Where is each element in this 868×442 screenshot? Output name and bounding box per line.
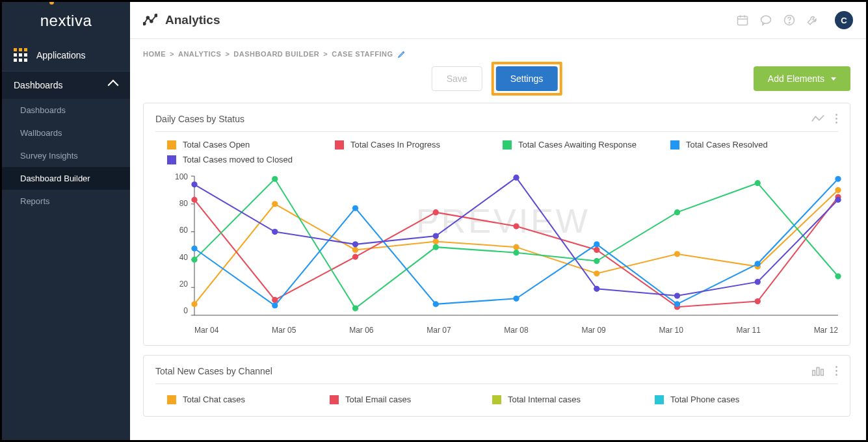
svg-point-20 [272, 201, 278, 207]
breadcrumb: HOME > ANALYTICS > DASHBOARD BUILDER > C… [130, 39, 863, 62]
legend-swatch-icon [167, 155, 176, 164]
svg-point-52 [674, 301, 680, 307]
applications-label: Applications [36, 50, 86, 60]
page-title: Analytics [165, 13, 220, 27]
help-icon[interactable] [782, 12, 797, 28]
svg-point-35 [755, 298, 761, 304]
legend-item[interactable]: Total Cases In Progress [335, 140, 503, 150]
chart-area: PREVIEW 100 80 60 40 20 0 Mar 04 Mar [168, 172, 838, 335]
svg-point-60 [594, 286, 599, 292]
svg-point-44 [755, 180, 761, 186]
sidebar-section-dashboards[interactable]: Dashboards [2, 72, 130, 99]
svg-point-49 [433, 301, 439, 307]
svg-point-53 [755, 261, 761, 266]
main: Analytics C HOME > ANALYTICS > DASHB [130, 2, 866, 440]
svg-point-3 [155, 14, 157, 17]
legend-swatch-icon [167, 395, 176, 404]
svg-point-31 [433, 209, 439, 215]
sidebar-item-dashboards[interactable]: Dashboards [2, 99, 130, 122]
add-elements-button[interactable]: Add Elements [754, 66, 850, 91]
svg-point-19 [191, 301, 197, 307]
svg-point-30 [352, 254, 358, 260]
svg-point-22 [433, 239, 439, 244]
svg-rect-65 [817, 367, 819, 375]
legend-swatch-icon [335, 140, 344, 150]
svg-point-42 [594, 258, 599, 264]
breadcrumb-current: CASE STAFFING [332, 50, 393, 58]
panel-new-cases: Total New Cases by Channel Total Chat ca… [143, 355, 850, 417]
legend-swatch-icon [492, 395, 501, 404]
sidebar-item-wallboards[interactable]: Wallboards [2, 122, 130, 144]
legend-item[interactable]: Total Phone cases [655, 395, 817, 404]
legend-item[interactable]: Total Email cases [330, 395, 492, 404]
svg-point-56 [272, 229, 278, 235]
svg-point-45 [835, 273, 841, 279]
brand-dot-icon [49, 2, 54, 5]
calendar-icon[interactable] [735, 12, 750, 28]
legend-swatch-icon [670, 140, 679, 150]
panel-daily-cases: Daily Cases by Status Total Cases Open T… [143, 103, 850, 346]
breadcrumb-home[interactable]: HOME [143, 50, 166, 58]
legend: Total Chat cases Total Email cases Total… [155, 391, 838, 406]
svg-point-10 [789, 23, 789, 23]
svg-point-48 [352, 205, 358, 211]
legend: Total Cases Open Total Cases In Progress… [155, 138, 838, 168]
legend-swatch-icon [167, 140, 176, 150]
y-axis: 100 80 60 40 20 0 [168, 172, 192, 315]
svg-point-40 [433, 244, 439, 250]
applications-menu[interactable]: Applications [2, 39, 130, 72]
panel-title: Daily Cases by Status [155, 114, 244, 124]
avatar[interactable]: C [835, 11, 853, 29]
action-row: Save Settings Add Elements [130, 62, 863, 103]
svg-point-8 [761, 16, 771, 23]
svg-point-62 [755, 279, 761, 285]
svg-point-59 [513, 175, 519, 181]
svg-point-2 [150, 20, 153, 23]
brand-text: nextiva [40, 12, 92, 30]
legend-item[interactable]: Total Cases Resolved [670, 140, 838, 150]
x-axis: Mar 04 Mar 05 Mar 06 Mar 07 Mar 08 Mar 0… [194, 326, 838, 335]
svg-point-1 [147, 17, 150, 20]
save-button[interactable]: Save [432, 66, 482, 91]
plot [194, 176, 838, 315]
pencil-icon[interactable] [397, 49, 406, 58]
sidebar-item-reports[interactable]: Reports [2, 190, 130, 213]
legend-item[interactable]: Total Chat cases [167, 395, 330, 404]
legend-item[interactable]: Total Internal cases [492, 395, 655, 404]
panel-menu-icon[interactable] [833, 111, 838, 126]
breadcrumb-analytics[interactable]: ANALYTICS [178, 50, 221, 58]
svg-point-32 [513, 223, 519, 229]
svg-point-47 [272, 302, 278, 308]
breadcrumb-builder[interactable]: DASHBOARD BUILDER [233, 50, 319, 58]
legend-item[interactable]: Total Cases Awaiting Response [503, 140, 670, 150]
sidebar: nextiva Applications Dashboards Dashboar… [2, 2, 130, 440]
chevron-up-icon [108, 80, 119, 91]
analytics-icon [143, 13, 157, 27]
line-chart-icon[interactable] [811, 114, 825, 124]
bar-chart-icon[interactable] [811, 366, 825, 376]
svg-point-39 [352, 306, 358, 311]
panel-title: Total New Cases by Channel [155, 366, 272, 376]
wrench-icon[interactable] [805, 12, 821, 28]
svg-point-37 [191, 257, 197, 263]
add-elements-label: Add Elements [768, 73, 824, 84]
sidebar-item-survey-insights[interactable]: Survey Insights [2, 144, 130, 167]
svg-point-33 [594, 247, 599, 253]
svg-point-58 [433, 233, 439, 239]
legend-item[interactable]: Total Cases Open [167, 140, 335, 150]
sidebar-item-dashboard-builder[interactable]: Dashboard Builder [2, 167, 130, 190]
legend-swatch-icon [655, 395, 664, 404]
svg-point-57 [352, 241, 358, 247]
settings-highlight: Settings [492, 62, 562, 96]
svg-point-63 [835, 197, 841, 203]
content-scroll[interactable]: HOME > ANALYTICS > DASHBOARD BUILDER > C… [130, 39, 866, 440]
panel-menu-icon[interactable] [833, 363, 838, 378]
svg-point-24 [594, 270, 599, 276]
topbar: Analytics C [130, 2, 866, 39]
legend-item[interactable]: Total Cases moved to Closed [167, 155, 335, 164]
svg-point-61 [674, 292, 680, 298]
svg-point-54 [835, 176, 841, 182]
svg-point-55 [191, 181, 197, 187]
chat-icon[interactable] [758, 12, 774, 28]
settings-button[interactable]: Settings [496, 66, 558, 91]
